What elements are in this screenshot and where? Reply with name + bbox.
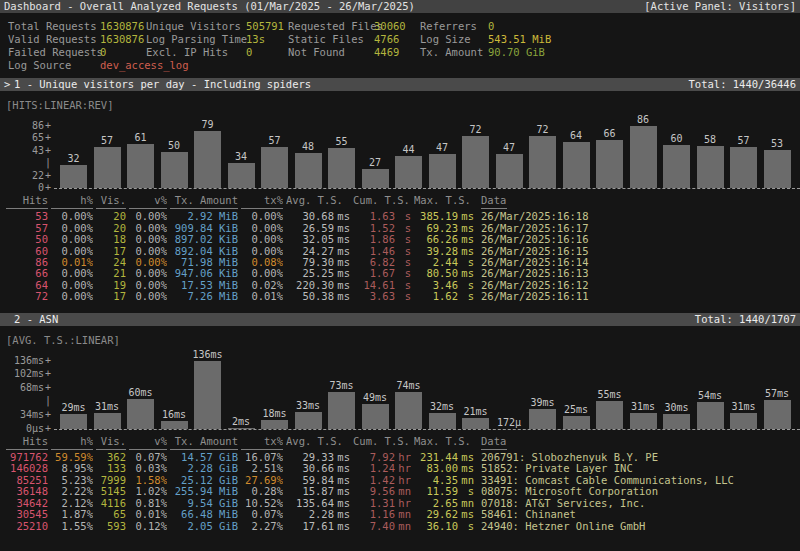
bar-value-label: 31ms xyxy=(631,401,655,412)
cell-unit: s xyxy=(458,291,474,302)
cell-avg: 30.66ms xyxy=(286,463,350,474)
bar xyxy=(395,156,422,188)
bar-value-label: 25ms xyxy=(564,404,588,415)
summary-value: 13s xyxy=(246,33,288,46)
column-header: Avg. T.S. xyxy=(286,436,350,447)
cell-vis: 19 xyxy=(96,280,126,291)
bar-value-label: 79 xyxy=(201,119,213,130)
cell-max: 385.19ms xyxy=(414,211,474,222)
cell-avg: 15.87ms xyxy=(286,486,350,497)
cell-vis: 17 xyxy=(96,291,126,302)
visitors-chart-section: [HITS:LINEAR:REV] 86+65+43+|22+0+3257615… xyxy=(0,99,800,189)
cell-data: 26/Mar/2025:16:14 xyxy=(481,257,797,268)
bar-slot: 25ms xyxy=(563,404,590,429)
y-axis-tick: 86+ xyxy=(32,120,52,131)
y-axis-tick: | xyxy=(44,395,52,406)
divider-segment xyxy=(170,206,238,210)
bar-slot: 29ms xyxy=(60,402,87,429)
cell-vp: 0.01% xyxy=(129,509,167,520)
cell-tx: 2.28 GiB xyxy=(170,463,238,474)
cell-value: 2.28 xyxy=(286,509,334,520)
cell-hits: 57 xyxy=(6,223,48,234)
summary-value: 90.70 GiB xyxy=(488,46,800,59)
table-row[interactable]: 252101.55%5930.12%2.05 GiB2.27%17.61ms7.… xyxy=(6,521,800,532)
column-header: Cum. T.S. xyxy=(353,436,411,447)
table-row[interactable]: 852515.23%79991.58%25.12 GiB27.69%59.84m… xyxy=(6,475,800,486)
panel-header-visitors[interactable]: >1 - Unique visitors per day - Including… xyxy=(0,78,800,91)
table-row[interactable]: 860.01%240.00%71.98 MiB0.08%79.30ms6.82s… xyxy=(6,257,800,268)
tick-mark: | xyxy=(44,395,52,406)
tick-mark: + xyxy=(44,120,52,131)
table-header-row: Hitsh%Vis.v%Tx. Amounttx%Avg. T.S.Cum. T… xyxy=(6,195,800,206)
table-row[interactable]: 600.00%170.00%892.04 KiB0.00%24.27ms1.46… xyxy=(6,246,800,257)
cell-txp: 0.08% xyxy=(241,257,283,268)
bar-slot: 49ms xyxy=(362,392,389,429)
cell-txp: 0.00% xyxy=(241,211,283,222)
y-axis: 86+65+43+|22+0+ xyxy=(0,113,54,189)
bar-value-label: 32 xyxy=(67,153,79,164)
bar-slot: 30ms xyxy=(663,402,690,429)
table-row[interactable]: 361482.22%51451.02%255.94 MiB0.28%15.87m… xyxy=(6,486,800,497)
bar-slot: 79 xyxy=(194,119,221,188)
tick-mark: + xyxy=(44,355,52,366)
bar-slot: 16ms xyxy=(161,409,188,429)
cell-value: 69.23 xyxy=(414,223,458,234)
chart-type-label: [AVG. T.S.:LINEAR] xyxy=(0,334,800,346)
cell-value: 66.26 xyxy=(414,234,458,245)
cell-txp: 10.52% xyxy=(241,498,283,509)
bar xyxy=(462,418,489,429)
cell-unit: s xyxy=(458,257,474,268)
divider-segment xyxy=(96,206,126,210)
bar-slot: 34 xyxy=(228,151,255,188)
bar-slot: 44 xyxy=(395,144,422,188)
table-row[interactable]: 305451.87%650.01%66.48 MiB0.07%2.28ms1.1… xyxy=(6,509,800,520)
bar xyxy=(529,136,556,188)
cell-vp: 0.12% xyxy=(129,521,167,532)
cell-max: 83.00ms xyxy=(414,463,474,474)
summary-label: Excl. IP Hits xyxy=(146,46,246,59)
table-row[interactable]: 640.00%190.00%17.53 MiB0.02%220.30ms14.6… xyxy=(6,280,800,291)
divider-segment xyxy=(353,206,411,210)
cell-hits: 25210 xyxy=(6,521,48,532)
cell-vp: 0.00% xyxy=(129,246,167,257)
table-row[interactable]: 346422.12%41160.81%9.54 GiB10.52%135.64m… xyxy=(6,498,800,509)
table-row[interactable]: 500.00%180.00%897.02 KiB0.00%32.05ms1.86… xyxy=(6,234,800,245)
cell-value: 1.63 xyxy=(353,211,395,222)
cell-value: 2.65 xyxy=(414,498,458,509)
cell-value: 79.30 xyxy=(286,257,334,268)
table-row[interactable]: 1460288.95%1330.03%2.28 GiB2.51%30.66ms1… xyxy=(6,463,800,474)
tick-mark: + xyxy=(44,132,52,143)
bar-value-label: 57 xyxy=(737,135,749,146)
cell-txp: 16.07% xyxy=(241,452,283,463)
column-header: Vis. xyxy=(96,436,126,447)
summary-label: Not Found xyxy=(288,46,374,59)
cell-hits: 60 xyxy=(6,246,48,257)
cell-unit: s xyxy=(395,257,411,268)
table-row[interactable]: 97176259.59%3620.07%14.57 GiB16.07%29.33… xyxy=(6,452,800,463)
table-row[interactable]: 530.00%200.00%2.92 MiB0.00%30.68ms1.63s3… xyxy=(6,211,800,222)
cell-tx: 947.06 KiB xyxy=(170,268,238,279)
table-row[interactable]: 720.00%170.00%7.26 MiB0.01%50.38ms3.63s1… xyxy=(6,291,800,302)
summary-value: 0 xyxy=(100,46,146,59)
cell-hits: 72 xyxy=(6,291,48,302)
bar xyxy=(127,399,154,429)
divider-segment xyxy=(129,206,167,210)
table-row[interactable]: 570.00%200.00%909.84 KiB0.00%26.59ms1.52… xyxy=(6,223,800,234)
bar-slot: 33ms xyxy=(295,400,322,429)
divider-line xyxy=(129,208,167,210)
cell-data: 206791: Slobozhenyuk B.Y. PE xyxy=(481,452,797,463)
cell-value: 39.28 xyxy=(414,246,458,257)
divider-line xyxy=(96,208,126,210)
bar xyxy=(161,152,188,188)
panel-header-asn[interactable]: 2 - ASN Total: 1440/1707 xyxy=(0,313,800,326)
cell-value: 29.62 xyxy=(414,509,458,520)
cell-avg: 220.30ms xyxy=(286,280,350,291)
cell-data: 08075: Microsoft Corporation xyxy=(481,486,797,497)
tick-mark: + xyxy=(44,145,52,156)
cell-unit: ms xyxy=(458,452,474,463)
active-panel-indicator: [Active Panel: Visitors] xyxy=(644,0,796,13)
table-row[interactable]: 660.00%210.00%947.06 KiB0.00%25.25ms1.67… xyxy=(6,268,800,279)
cell-value: 1.67 xyxy=(353,268,395,279)
summary-grid: Total Requests1630876Unique Visitors5057… xyxy=(0,13,800,78)
cell-cum: 1.86s xyxy=(353,234,411,245)
